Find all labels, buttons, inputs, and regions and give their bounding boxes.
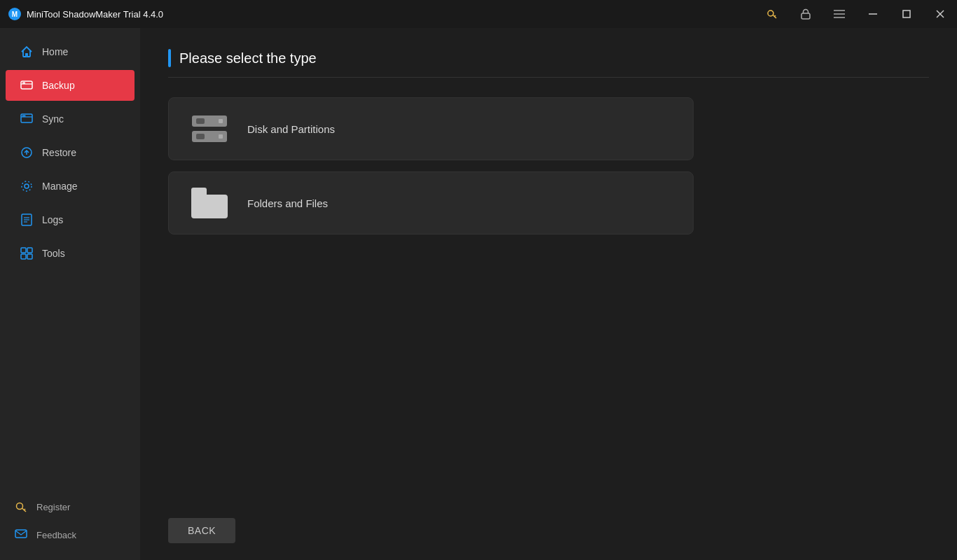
- sidebar-item-feedback[interactable]: Feedback: [0, 521, 140, 549]
- sidebar-item-sync[interactable]: Sync: [6, 104, 135, 134]
- lock-icon[interactable]: [794, 0, 817, 28]
- sidebar-item-logs-label: Logs: [42, 214, 63, 225]
- svg-rect-27: [21, 248, 26, 253]
- feedback-label: Feedback: [36, 530, 76, 540]
- disk-partitions-icon: [188, 112, 230, 146]
- home-icon: [20, 45, 34, 59]
- sidebar-bottom: Register Feedback: [0, 493, 140, 560]
- content-area: Please select the type Disk and Partitio…: [140, 28, 957, 560]
- sidebar-item-tools-label: Tools: [42, 248, 65, 259]
- sync-icon: [20, 112, 34, 126]
- sidebar-item-backup-label: Backup: [42, 80, 75, 91]
- register-key-icon: [14, 500, 28, 514]
- close-button[interactable]: [929, 0, 951, 28]
- page-title-container: Please select the type: [168, 49, 929, 78]
- title-bar: M MiniTool ShadowMaker Trial 4.4.0: [0, 0, 957, 28]
- sidebar: Home Backup Sync: [0, 28, 140, 560]
- logs-icon: [20, 213, 34, 227]
- manage-icon: [20, 179, 34, 193]
- sidebar-item-tools[interactable]: Tools: [6, 238, 135, 269]
- restore-button[interactable]: [895, 0, 918, 28]
- svg-rect-30: [27, 254, 32, 259]
- app-logo-icon: M: [8, 8, 21, 20]
- svg-point-22: [22, 181, 32, 191]
- sidebar-item-home[interactable]: Home: [6, 36, 135, 67]
- svg-text:M: M: [12, 10, 18, 18]
- menu-icon[interactable]: [828, 0, 851, 28]
- folders-files-label: Folders and Files: [247, 197, 328, 209]
- tools-icon: [20, 246, 34, 260]
- sidebar-item-restore-label: Restore: [42, 147, 76, 158]
- sidebar-item-manage-label: Manage: [42, 181, 78, 192]
- disk-partitions-card[interactable]: Disk and Partitions: [168, 97, 694, 160]
- svg-point-21: [25, 184, 29, 188]
- sidebar-item-manage[interactable]: Manage: [6, 171, 135, 202]
- back-button-container: BACK: [168, 518, 235, 543]
- svg-rect-28: [27, 248, 32, 253]
- svg-point-31: [17, 503, 23, 510]
- folders-files-icon: [188, 186, 230, 220]
- svg-rect-29: [21, 254, 26, 259]
- app-title: MiniTool ShadowMaker Trial 4.4.0: [27, 9, 163, 20]
- minimize-button[interactable]: [862, 0, 884, 28]
- main-layout: Home Backup Sync: [0, 28, 957, 560]
- sidebar-item-home-label: Home: [42, 46, 68, 57]
- sidebar-item-register[interactable]: Register: [0, 493, 140, 521]
- disk-partitions-label: Disk and Partitions: [247, 123, 335, 135]
- page-title-accent: [168, 49, 171, 67]
- backup-icon: [20, 78, 34, 92]
- page-title: Please select the type: [179, 50, 317, 66]
- svg-rect-18: [22, 115, 26, 117]
- sidebar-item-restore[interactable]: Restore: [6, 137, 135, 168]
- svg-point-2: [768, 10, 773, 16]
- title-bar-controls: [755, 0, 957, 28]
- key-icon[interactable]: [761, 0, 783, 28]
- sidebar-item-logs[interactable]: Logs: [6, 204, 135, 235]
- folders-files-card[interactable]: Folders and Files: [168, 172, 694, 234]
- back-button[interactable]: BACK: [168, 518, 235, 543]
- svg-rect-5: [801, 13, 810, 19]
- feedback-icon: [14, 528, 28, 542]
- svg-rect-34: [15, 530, 27, 538]
- svg-line-33: [24, 509, 25, 510]
- register-label: Register: [36, 502, 70, 512]
- sidebar-item-sync-label: Sync: [42, 113, 64, 125]
- restore-nav-icon: [20, 146, 34, 160]
- sidebar-item-backup[interactable]: Backup: [6, 70, 135, 101]
- svg-rect-10: [903, 10, 910, 18]
- svg-rect-15: [22, 83, 25, 84]
